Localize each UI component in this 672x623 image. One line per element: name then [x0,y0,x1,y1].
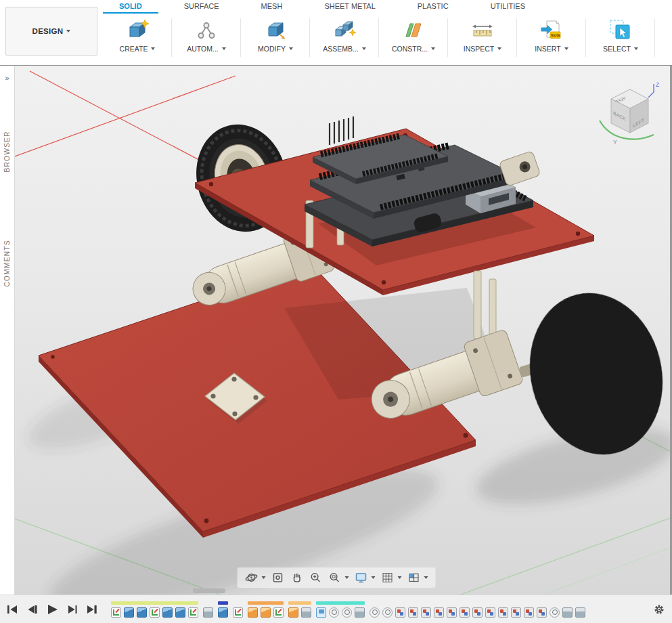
timeline-track[interactable] [111,601,646,620]
view-navigation-bar [237,567,435,588]
timeline-feature-extrude-icon[interactable] [175,607,185,618]
timeline-feature-circ-icon[interactable] [369,607,380,618]
toolbar-group-automate: AUTOM... [172,14,241,65]
display-settings-icon[interactable] [352,570,377,586]
timeline-feature-circ-icon[interactable] [382,607,393,618]
look-at-icon[interactable] [269,570,286,586]
insert-svg-badge: SVG [551,33,560,38]
chevron-down-icon [371,576,375,579]
chevron-down-icon [66,30,70,33]
timeline-feature-joint-icon[interactable] [434,607,444,618]
step-forward-button[interactable] [66,603,79,616]
tab-surface[interactable]: SURFACE [168,1,236,14]
chevron-down-icon [424,576,428,579]
select-icon[interactable] [608,16,633,43]
go-to-end-button[interactable] [85,603,99,616]
modify-dropdown[interactable]: MODIFY [258,45,293,53]
toolbar-group-modify: MODIFY [241,14,310,65]
inspect-dropdown[interactable]: INSPECT [464,45,502,53]
go-to-start-button[interactable] [5,603,19,616]
tab-mesh[interactable]: MESH [245,1,299,14]
timeline-feature-monitor-icon[interactable] [316,607,326,618]
expand-panel-icon[interactable]: » [5,74,9,82]
timeline-feature-joint-icon[interactable] [472,607,483,618]
timeline-feature-plane-icon[interactable] [288,607,298,618]
timeline-feature-joint-icon[interactable] [395,607,405,618]
timeline-feature-joint-icon[interactable] [511,607,521,618]
create-icon[interactable] [125,16,150,43]
timeline-settings-gear-icon[interactable] [653,603,665,616]
timeline-group-bar[interactable] [316,601,365,605]
construct-icon[interactable] [401,16,426,43]
axis-z-label: Z [656,81,659,88]
automate-icon[interactable] [194,16,219,43]
tab-utilities[interactable]: UTILITIES [474,1,541,14]
design-menu-button[interactable]: DESIGN [5,7,97,56]
timeline-group-bar[interactable] [288,601,311,605]
viewports-icon[interactable] [405,570,430,586]
timeline-feature-joint-icon[interactable] [524,607,534,618]
timeline-feature-extrude-icon[interactable] [137,607,147,618]
inspect-icon[interactable] [470,16,495,43]
timeline-feature-joint-icon[interactable] [408,607,418,618]
tab-sheet-metal[interactable]: SHEET METAL [308,1,391,14]
timeline-feature-plane-icon[interactable] [248,607,258,618]
grid-icon[interactable] [378,570,403,586]
zoom-icon[interactable] [307,570,324,586]
timeline-feature-joint-icon[interactable] [460,607,470,618]
timeline-feature-sketch-icon[interactable] [111,607,121,618]
chevron-down-icon [362,47,366,50]
timeline-feature-joint-icon[interactable] [421,607,431,618]
toolbar-group-insert: SVG INSERT [517,14,586,65]
timeline-feature-extrude-icon[interactable] [124,607,134,618]
timeline-feature-cube-icon[interactable] [562,607,573,618]
timeline-feature-extrude-icon[interactable] [218,607,228,618]
timeline-feature-joint-icon[interactable] [537,607,547,618]
modify-icon[interactable] [263,16,288,43]
zoom-window-icon[interactable] [326,570,351,586]
timeline-scrollbar[interactable] [193,588,225,593]
timeline-feature-sketch-icon[interactable] [273,607,284,618]
chevron-down-icon [289,47,293,50]
timeline-bar [0,595,672,623]
chevron-down-icon [564,47,568,50]
viewport-3d[interactable]: TOP BACK LEFT Z Y [0,0,672,623]
timeline-feature-circ-icon[interactable] [329,607,339,618]
step-back-button[interactable] [25,603,39,616]
pan-icon[interactable] [288,570,305,586]
create-dropdown[interactable]: CREATE [120,45,156,53]
timeline-feature-plane-icon[interactable] [261,607,271,618]
timeline-feature-cube-icon[interactable] [355,607,365,618]
timeline-feature-sketch-icon[interactable] [150,607,160,618]
insert-icon[interactable]: SVG [539,16,564,43]
timeline-feature-cube-icon[interactable] [301,607,311,618]
tab-solid[interactable]: SOLID [103,1,158,14]
chevron-down-icon [151,47,155,50]
timeline-feature-joint-icon[interactable] [447,607,457,618]
select-dropdown[interactable]: SELECT [603,45,638,53]
assemble-dropdown[interactable]: ASSEMB... [323,45,366,53]
tab-plastic[interactable]: PLASTIC [401,1,465,14]
sidebar-item-browser[interactable]: BROWSER [3,131,11,172]
timeline-feature-joint-icon[interactable] [498,607,508,618]
timeline-feature-circ-icon[interactable] [550,607,560,618]
assemble-icon[interactable] [332,16,357,43]
timeline-feature-joint-icon[interactable] [485,607,495,618]
timeline-feature-sketch-icon[interactable] [188,607,198,618]
timeline-feature-extrude-icon[interactable] [162,607,173,618]
timeline-feature-circ-icon[interactable] [342,607,352,618]
sidebar-item-comments[interactable]: COMMENTS [3,240,11,287]
orbit-icon[interactable] [242,570,267,586]
timeline-group-bar[interactable] [218,601,228,605]
timeline-feature-sketch-icon[interactable] [233,607,243,618]
construct-dropdown[interactable]: CONSTR... [392,45,435,53]
timeline-feature-cube-icon[interactable] [203,607,213,618]
automate-dropdown[interactable]: AUTOM... [187,45,225,53]
timeline-group-bar[interactable] [248,601,284,605]
timeline-group-bar[interactable] [111,601,198,605]
insert-dropdown[interactable]: INSERT [535,45,568,53]
chevron-down-icon [634,47,638,50]
chevron-down-icon [344,576,349,579]
timeline-feature-cube-icon[interactable] [575,607,585,618]
play-button[interactable] [45,603,60,616]
